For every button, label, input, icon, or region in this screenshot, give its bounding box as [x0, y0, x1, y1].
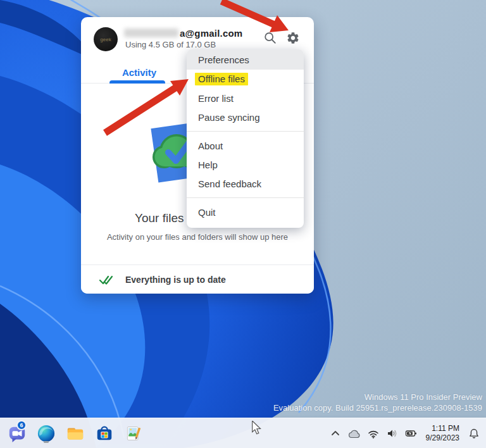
double-check-icon — [99, 274, 114, 285]
settings-menu: Preferences Offline files Error list Pau… — [187, 49, 304, 228]
image-editor-button[interactable] — [123, 423, 144, 444]
empty-state-caption: Activity on your files and folders will … — [81, 232, 314, 242]
taskbar: 6 — [0, 418, 486, 448]
search-icon[interactable] — [263, 31, 277, 45]
menu-item-pause-syncing[interactable]: Pause syncing — [187, 108, 304, 127]
offline-files-highlight: Offline files — [195, 73, 248, 85]
taskbar-apps: 6 — [6, 418, 144, 448]
tab-activity-label: Activity — [122, 67, 156, 78]
account-email: a@gmail.com — [124, 27, 242, 39]
email-suffix: a@gmail.com — [180, 28, 242, 39]
notification-bell-icon[interactable] — [467, 426, 481, 440]
menu-divider — [187, 131, 304, 132]
sync-status-message: Everything is up to date — [125, 275, 226, 285]
windows-watermark: Windows 11 Pro Insider Preview Evaluatio… — [273, 392, 482, 413]
microsoft-store-icon — [95, 424, 114, 443]
menu-item-send-feedback[interactable]: Send feedback — [187, 174, 304, 193]
tray-chevron-up-icon[interactable] — [328, 426, 342, 440]
tab-activity[interactable]: Activity — [81, 61, 197, 83]
empty-state-title: Your files a — [135, 211, 194, 225]
file-explorer-button[interactable] — [65, 423, 86, 444]
menu-item-help[interactable]: Help — [187, 155, 304, 174]
tray-date: 9/29/2023 — [426, 433, 459, 443]
system-tray: 1:11 PM 9/29/2023 — [328, 418, 481, 448]
teams-chat-button[interactable]: 6 — [6, 423, 28, 444]
tray-time: 1:11 PM — [426, 424, 459, 433]
battery-icon[interactable] — [404, 426, 418, 440]
gear-icon[interactable] — [286, 31, 300, 45]
image-editor-icon — [125, 425, 142, 442]
watermark-line1: Windows 11 Pro Insider Preview — [273, 392, 482, 402]
microsoft-store-button[interactable] — [94, 423, 115, 444]
tray-clock[interactable]: 1:11 PM 9/29/2023 — [423, 424, 462, 443]
avatar-text: geek — [100, 37, 111, 42]
onedrive-cloud-icon[interactable] — [347, 426, 361, 440]
menu-item-quit[interactable]: Quit — [187, 202, 304, 221]
volume-icon[interactable] — [385, 426, 399, 440]
menu-item-error-list[interactable]: Error list — [187, 89, 304, 108]
watermark-line2: Evaluation copy. Build 25951.rs_prerelea… — [273, 402, 482, 413]
storage-usage: Using 4.5 GB of 17.0 GB — [125, 40, 216, 49]
sync-status-bar: Everything is up to date — [81, 264, 314, 294]
avatar[interactable]: geek — [94, 27, 118, 51]
menu-item-offline-files[interactable]: Offline files — [187, 70, 304, 89]
menu-item-about[interactable]: About — [187, 136, 304, 155]
tab-active-indicator — [109, 80, 165, 84]
desktop: Windows 11 Pro Insider Preview Evaluatio… — [0, 0, 486, 448]
file-explorer-icon — [66, 424, 85, 443]
wifi-icon[interactable] — [366, 426, 380, 440]
teams-badge: 6 — [16, 420, 27, 430]
email-redacted-blur — [124, 28, 178, 37]
edge-running-indicator — [44, 441, 49, 443]
menu-divider — [187, 197, 304, 198]
edge-icon — [37, 424, 56, 443]
menu-item-preferences[interactable]: Preferences — [187, 49, 304, 70]
edge-browser-button[interactable] — [35, 423, 57, 444]
